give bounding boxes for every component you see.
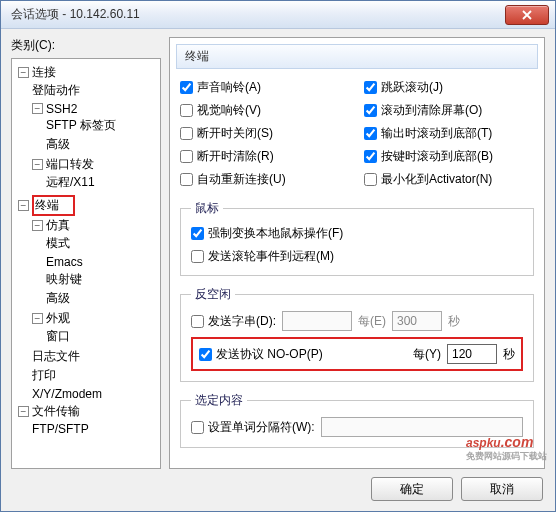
collapse-icon[interactable]: − — [32, 159, 43, 170]
tree-xyz[interactable]: X/Y/Zmodem — [32, 386, 102, 400]
chk-send-noop[interactable]: 发送协议 NO-OP(P) — [199, 346, 323, 363]
tree-mode[interactable]: 模式 — [46, 236, 70, 250]
chk-scroll-output[interactable]: 输出时滚动到底部(T) — [364, 125, 534, 142]
titlebar: 会话选项 - 10.142.60.11 — [1, 1, 555, 29]
send-string-input — [282, 311, 352, 331]
chk-force-local-mouse[interactable]: 强制变换本地鼠标操作(F) — [191, 225, 523, 242]
chk-word-delim[interactable]: 设置单词分隔符(W): — [191, 419, 315, 436]
close-button[interactable] — [505, 5, 549, 25]
noop-highlight: 发送协议 NO-OP(P) 每(Y) 秒 — [191, 337, 523, 371]
every-y-input[interactable] — [447, 344, 497, 364]
tree-terminal[interactable]: 终端 — [35, 198, 59, 212]
selection-group: 选定内容 设置单词分隔符(W): — [180, 392, 534, 448]
dialog-window: 会话选项 - 10.142.60.11 类别(C): −连接 登陆动作 −SSH… — [0, 0, 556, 512]
tree-map-keys[interactable]: 映射键 — [46, 272, 82, 286]
mouse-legend: 鼠标 — [191, 200, 223, 217]
tree-appearance[interactable]: 外观 — [46, 311, 70, 325]
chk-scroll-key[interactable]: 按键时滚动到底部(B) — [364, 148, 534, 165]
tree-port-fwd[interactable]: 端口转发 — [46, 157, 94, 171]
chk-close-disconn[interactable]: 断开时关闭(S) — [180, 125, 350, 142]
chk-min-activator[interactable]: 最小化到Activator(N) — [364, 171, 534, 188]
tree-emacs[interactable]: Emacs — [46, 255, 83, 269]
collapse-icon[interactable]: − — [18, 200, 29, 211]
unit-sec: 秒 — [503, 346, 515, 363]
tree-ftp-sftp[interactable]: FTP/SFTP — [32, 422, 89, 436]
unit-sec: 秒 — [448, 313, 460, 330]
tree-login[interactable]: 登陆动作 — [32, 83, 80, 97]
category-label: 类别(C): — [11, 37, 161, 54]
chk-send-wheel[interactable]: 发送滚轮事件到远程(M) — [191, 248, 523, 265]
tree-print[interactable]: 打印 — [32, 368, 56, 382]
tree-emulation[interactable]: 仿真 — [46, 218, 70, 232]
antiidle-legend: 反空闲 — [191, 286, 235, 303]
panel-header: 终端 — [176, 44, 538, 69]
mouse-group: 鼠标 强制变换本地鼠标操作(F) 发送滚轮事件到远程(M) — [180, 200, 534, 276]
tree-conn[interactable]: 连接 — [32, 65, 56, 79]
cancel-button[interactable]: 取消 — [461, 477, 543, 501]
window-title: 会话选项 - 10.142.60.11 — [11, 6, 505, 23]
antiidle-group: 反空闲 发送字串(D): 每(E) 秒 发送协议 NO-OP(P) 每(Y) 秒 — [180, 286, 534, 382]
every-e-label: 每(E) — [358, 313, 386, 330]
collapse-icon[interactable]: − — [32, 103, 43, 114]
tree-remote-x11[interactable]: 远程/X11 — [46, 175, 95, 189]
chk-jump-scroll[interactable]: 跳跃滚动(J) — [364, 79, 534, 96]
chk-audio-bell[interactable]: 声音响铃(A) — [180, 79, 350, 96]
tree-file-transfer[interactable]: 文件传输 — [32, 404, 80, 418]
collapse-icon[interactable]: − — [18, 406, 29, 417]
collapse-icon[interactable]: − — [18, 67, 29, 78]
tree-advanced[interactable]: 高级 — [46, 291, 70, 305]
collapse-icon[interactable]: − — [32, 313, 43, 324]
ok-button[interactable]: 确定 — [371, 477, 453, 501]
tree-log[interactable]: 日志文件 — [32, 349, 80, 363]
tree-sftp-tab[interactable]: SFTP 标签页 — [46, 118, 116, 132]
chk-clear-disconn[interactable]: 断开时清除(R) — [180, 148, 350, 165]
close-icon — [522, 10, 532, 20]
settings-panel: 终端 声音响铃(A) 跳跃滚动(J) 视觉响铃(V) 滚动到清除屏幕(O) 断开… — [169, 37, 545, 469]
chk-auto-reconn[interactable]: 自动重新连接(U) — [180, 171, 350, 188]
every-y-label: 每(Y) — [413, 346, 441, 363]
word-delim-input — [321, 417, 523, 437]
category-tree[interactable]: −连接 登陆动作 −SSH2 SFTP 标签页 高级 −端口转发 — [11, 58, 161, 469]
tree-window[interactable]: 窗口 — [46, 329, 70, 343]
tree-ssh2[interactable]: SSH2 — [46, 102, 77, 116]
collapse-icon[interactable]: − — [32, 220, 43, 231]
chk-send-string[interactable]: 发送字串(D): — [191, 313, 276, 330]
selection-legend: 选定内容 — [191, 392, 247, 409]
chk-visual-bell[interactable]: 视觉响铃(V) — [180, 102, 350, 119]
every-e-input — [392, 311, 442, 331]
chk-scroll-clear[interactable]: 滚动到清除屏幕(O) — [364, 102, 534, 119]
tree-advanced[interactable]: 高级 — [46, 137, 70, 151]
